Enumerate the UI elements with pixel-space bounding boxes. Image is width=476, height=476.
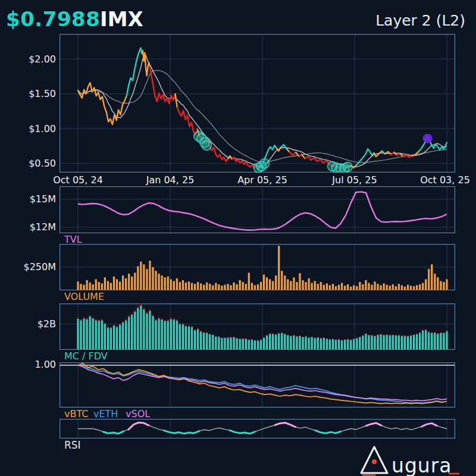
price-chart[interactable] bbox=[60, 34, 455, 173]
mc-axis-tick: $2B bbox=[13, 318, 56, 330]
vsol-legend: vSOL bbox=[126, 408, 150, 419]
date-tick: Jul 05, 25 bbox=[332, 174, 377, 186]
price-axis-tick: $2.00 bbox=[13, 54, 56, 65]
tvl-axis-tick: $15M bbox=[13, 193, 56, 205]
volume-axis-tick: $250M bbox=[13, 261, 56, 273]
vbtc-legend: vBTC bbox=[64, 408, 88, 419]
rsi-chart[interactable] bbox=[60, 419, 455, 439]
tvl-chart[interactable] bbox=[60, 186, 455, 233]
tvl-label: TVL bbox=[64, 234, 82, 245]
mc-fdv-chart[interactable] bbox=[60, 303, 455, 350]
volume-chart[interactable] bbox=[60, 244, 455, 290]
mc-fdv-label: MC / FDV bbox=[64, 350, 108, 362]
ratio-chart[interactable] bbox=[60, 362, 455, 408]
current-price: $0.7988 bbox=[6, 7, 100, 31]
date-tick: Oct 03, 25 bbox=[420, 174, 470, 186]
ticker-symbol: IMX bbox=[100, 7, 143, 31]
ratio-axis-tick: 1.00 bbox=[13, 359, 56, 371]
category-label: Layer 2 (L2) bbox=[375, 12, 465, 29]
logo-triangle-icon bbox=[361, 447, 387, 475]
date-tick: Apr 05, 25 bbox=[237, 174, 287, 186]
price-axis-tick: $0.50 bbox=[13, 158, 56, 170]
augura-logo: ugura bbox=[358, 444, 464, 476]
brand-name: ugura bbox=[392, 454, 452, 476]
rsi-label: RSI bbox=[64, 439, 81, 451]
tvl-axis-tick: $12M bbox=[13, 221, 56, 233]
date-tick: Oct 05, 24 bbox=[53, 174, 103, 186]
veth-legend: vETH bbox=[93, 408, 118, 419]
price-axis-tick: $1.50 bbox=[13, 88, 56, 100]
augura-dashboard: $0.7988 IMX Layer 2 (L2) $2.00 $1.50 $1.… bbox=[0, 0, 476, 476]
price-axis-tick: $1.00 bbox=[13, 123, 56, 135]
date-tick: Jan 04, 25 bbox=[146, 174, 195, 186]
volume-label: VOLUME bbox=[64, 291, 104, 302]
